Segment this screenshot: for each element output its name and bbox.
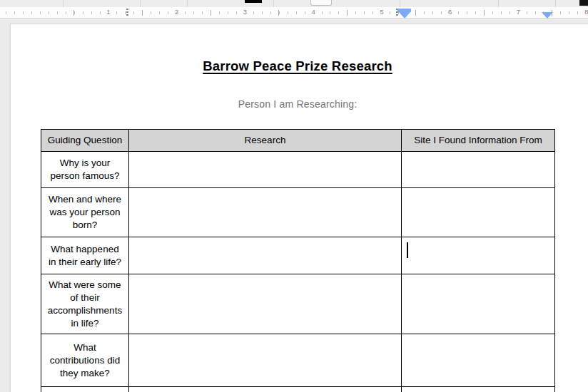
question-cell[interactable]: What were some of their accomplishments … — [41, 274, 129, 334]
ruler-number: 2 — [173, 8, 180, 16]
research-cell[interactable] — [129, 274, 402, 334]
right-indent-marker[interactable] — [542, 12, 553, 19]
table-column-marker[interactable] — [126, 9, 128, 16]
question-cell[interactable] — [41, 387, 129, 392]
document-canvas: Barrow Peace Prize Research Person I am … — [0, 19, 588, 392]
ruler-number: 7 — [515, 8, 522, 16]
site-cell[interactable] — [402, 152, 555, 188]
table-row: What were some of their accomplishments … — [41, 274, 555, 334]
site-cell[interactable] — [402, 274, 555, 334]
ruler-number: 8 — [583, 8, 588, 16]
toolbar-corner-element — [579, 0, 588, 6]
toolbar-bottom-strip — [0, 0, 588, 7]
doc-subtitle[interactable]: Person I am Researching: — [41, 98, 554, 110]
google-docs-window: 1 2 3 4 5 6 7 8 Barrow Peace Prize Resea… — [0, 0, 588, 392]
horizontal-ruler[interactable]: 1 2 3 4 5 6 7 8 — [0, 7, 588, 19]
ruler-number: 6 — [447, 8, 453, 16]
site-cell[interactable] — [402, 334, 555, 387]
toolbar-divider — [555, 0, 556, 7]
doc-title[interactable]: Barrow Peace Prize Research — [41, 58, 554, 74]
table-row: What happened in their early life? — [41, 237, 555, 274]
ruler-number: 4 — [310, 8, 316, 16]
table-row: When and where was your person born? — [41, 188, 555, 237]
research-table[interactable]: Guiding Question Research Site I Found I… — [41, 129, 555, 392]
table-row: What contributions did they make? — [41, 334, 555, 387]
toolbar-button-fragment[interactable] — [310, 0, 332, 6]
toolbar-color-indicator — [245, 0, 262, 3]
ruler-number: 1 — [105, 8, 111, 16]
research-cell[interactable] — [129, 387, 402, 392]
toolbar-divider — [498, 0, 499, 7]
question-cell[interactable]: Why is your person famous? — [41, 152, 129, 188]
research-cell[interactable] — [129, 188, 402, 237]
header-research[interactable]: Research — [129, 130, 402, 152]
toolbar-divider — [187, 0, 188, 7]
ruler-number: 3 — [242, 8, 248, 16]
question-cell[interactable]: What contributions did they make? — [41, 334, 129, 387]
toolbar-divider — [63, 0, 64, 7]
site-cell[interactable] — [402, 387, 555, 392]
header-site[interactable]: Site I Found Information From — [402, 130, 555, 152]
research-cell[interactable] — [129, 334, 402, 387]
left-indent-marker[interactable] — [399, 12, 410, 19]
table-header-row: Guiding Question Research Site I Found I… — [41, 130, 555, 152]
site-cell[interactable] — [402, 188, 555, 237]
research-cell[interactable] — [129, 237, 402, 274]
toolbar-divider — [140, 0, 141, 7]
header-guiding-question[interactable]: Guiding Question — [41, 130, 129, 152]
question-cell[interactable]: What happened in their early life? — [41, 237, 129, 274]
site-cell[interactable] — [402, 237, 555, 274]
ruler-number: 5 — [378, 8, 385, 16]
research-cell[interactable] — [129, 152, 402, 188]
table-row — [41, 387, 555, 392]
text-cursor — [407, 242, 408, 258]
toolbar-divider — [400, 0, 400, 7]
toolbar-divider — [273, 0, 274, 7]
table-row: Why is your person famous? — [41, 152, 555, 188]
document-page[interactable]: Barrow Peace Prize Research Person I am … — [10, 24, 588, 392]
question-cell[interactable]: When and where was your person born? — [41, 188, 129, 237]
